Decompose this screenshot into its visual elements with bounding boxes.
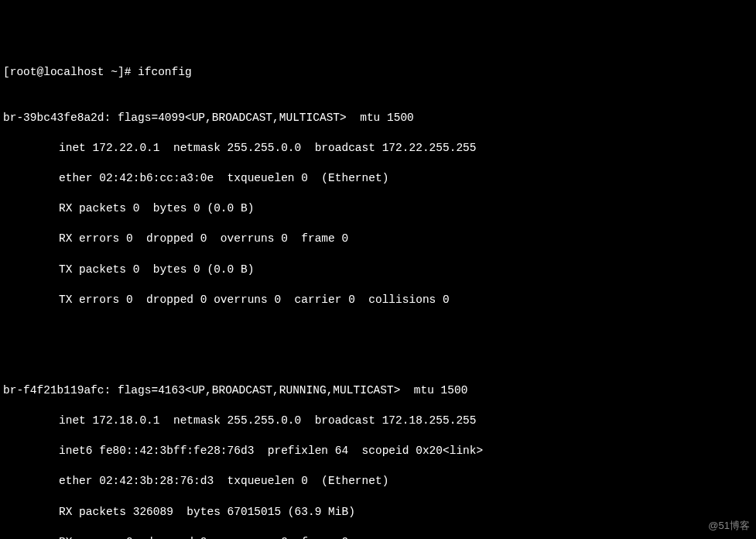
inet-line: inet 172.22.0.1 netmask 255.255.0.0 broa… bbox=[3, 141, 753, 156]
ether-line: ether 02:42:3b:28:76:d3 txqueuelen 0 (Et… bbox=[3, 474, 753, 489]
ether-line: ether 02:42:b6:cc:a3:0e txqueuelen 0 (Et… bbox=[3, 171, 753, 187]
interface-header: br-39bc43fe8a2d: flags=4099<UP,BROADCAST… bbox=[3, 111, 753, 126]
command-prompt: [root@localhost ~]# ifconfig bbox=[3, 65, 753, 81]
rx-errors-line: RX errors 0 dropped 0 overruns 0 frame 0 bbox=[3, 535, 753, 539]
tx-packets-line: TX packets 0 bytes 0 (0.0 B) bbox=[3, 263, 753, 278]
watermark-text: @51博客 bbox=[708, 519, 750, 533]
rx-packets-line: RX packets 0 bytes 0 (0.0 B) bbox=[3, 201, 753, 217]
rx-errors-line: RX errors 0 dropped 0 overruns 0 frame 0 bbox=[3, 232, 753, 247]
interface-header: br-f4f21b119afc: flags=4163<UP,BROADCAST… bbox=[3, 383, 753, 399]
inet-line: inet 172.18.0.1 netmask 255.255.0.0 broa… bbox=[3, 414, 753, 429]
rx-packets-line: RX packets 326089 bytes 67015015 (63.9 M… bbox=[3, 505, 753, 520]
inet6-line: inet6 fe80::42:3bff:fe28:76d3 prefixlen … bbox=[3, 444, 753, 459]
interface-br-39bc43fe8a2d: br-39bc43fe8a2d: flags=4099<UP,BROADCAST… bbox=[3, 95, 753, 322]
interface-br-f4f21b119afc: br-f4f21b119afc: flags=4163<UP,BROADCAST… bbox=[3, 369, 753, 540]
blank-line bbox=[3, 338, 753, 353]
tx-errors-line: TX errors 0 dropped 0 overruns 0 carrier… bbox=[3, 293, 753, 308]
